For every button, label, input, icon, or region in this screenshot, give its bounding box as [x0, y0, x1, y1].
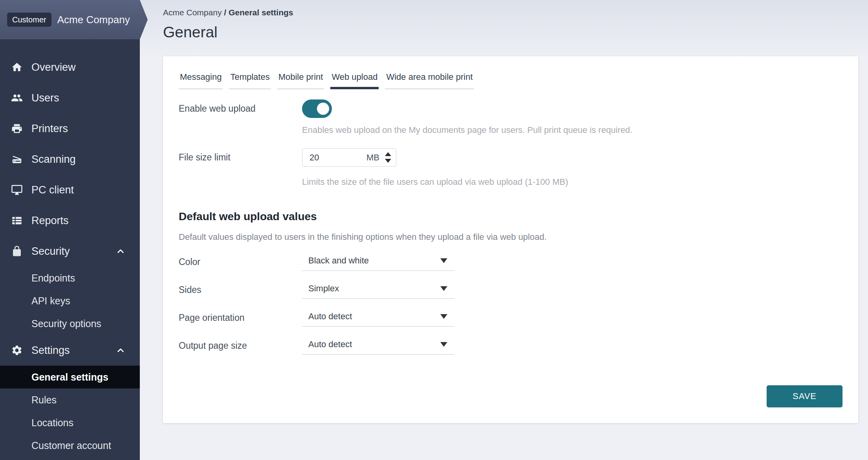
output-page-size-label: Output page size [179, 339, 302, 351]
home-icon [11, 61, 23, 73]
sidebar-item-label: Security options [31, 318, 101, 329]
chevron-down-icon [440, 258, 447, 263]
tab-bar: Messaging Templates Mobile print Web upl… [179, 72, 842, 89]
sidebar-menu: Overview Users Printers Scanning PC clie… [0, 0, 140, 457]
sides-label: Sides [179, 283, 302, 295]
sidebar-item-label: Endpoints [31, 272, 75, 284]
sidebar-item-users[interactable]: Users [0, 83, 140, 113]
sidebar-item-pc-client[interactable]: PC client [0, 175, 140, 205]
scanner-icon [11, 153, 23, 165]
sidebar-item-label: Users [31, 92, 126, 104]
color-label: Color [179, 256, 302, 267]
customer-header: Customer Acme Company [0, 0, 148, 39]
company-name: Acme Company [57, 14, 130, 26]
tab-mobile-print[interactable]: Mobile print [277, 72, 324, 89]
sidebar-item-security-options[interactable]: Security options [0, 312, 140, 335]
file-size-stepper [385, 152, 391, 163]
sidebar-item-label: Printers [31, 123, 126, 135]
page-title: General [163, 23, 858, 42]
sidebar-item-general-settings[interactable]: General settings [0, 366, 140, 388]
sidebar-item-label: PC client [31, 184, 126, 196]
card-actions: SAVE [179, 385, 842, 407]
color-select-value: Black and white [308, 256, 369, 266]
defaults-section-description: Default values displayed to users in the… [179, 231, 842, 243]
page-orientation-select[interactable]: Auto detect [302, 311, 454, 327]
enable-web-upload-row: Enable web upload [179, 99, 842, 118]
sidebar-item-label: Security [31, 245, 115, 258]
breadcrumb-parent[interactable]: Acme Company [163, 8, 222, 17]
sidebar-item-label: Reports [31, 215, 126, 227]
enable-web-upload-help: Enables web upload on the My documents p… [302, 124, 842, 136]
enable-web-upload-toggle[interactable] [302, 99, 332, 118]
lock-icon [11, 245, 23, 257]
sidebar-item-scanning[interactable]: Scanning [0, 144, 140, 175]
sidebar-item-label: Overview [31, 61, 126, 74]
output-page-size-select-value: Auto detect [308, 339, 352, 350]
tab-templates[interactable]: Templates [229, 72, 271, 89]
sidebar-item-label: Scanning [31, 153, 126, 166]
sidebar-item-endpoints[interactable]: Endpoints [0, 267, 140, 289]
customer-badge: Customer [7, 13, 51, 27]
sides-select[interactable]: Simplex [302, 283, 454, 299]
reports-table-icon [11, 215, 23, 226]
default-values-form: Color Black and white Sides Simplex Page… [179, 256, 842, 367]
sides-select-value: Simplex [308, 283, 339, 294]
sidebar-item-label: Settings [31, 344, 115, 357]
main-content: Acme Company / General settings General … [140, 0, 868, 460]
output-page-size-select[interactable]: Auto detect [302, 339, 454, 355]
file-size-input[interactable] [309, 153, 366, 163]
defaults-section-heading: Default web upload values [179, 210, 842, 223]
sidebar-item-locations[interactable]: Locations [0, 411, 140, 434]
sidebar-item-settings[interactable]: Settings [0, 335, 140, 366]
color-row: Color Black and white [179, 256, 842, 283]
breadcrumb: Acme Company / General settings [163, 0, 858, 18]
file-size-limit-row: File size limit MB [179, 148, 842, 167]
chevron-down-icon [440, 286, 447, 291]
page-orientation-select-value: Auto detect [308, 311, 352, 322]
sidebar-item-api-keys[interactable]: API keys [0, 289, 140, 312]
color-select[interactable]: Black and white [302, 256, 454, 271]
chevron-up-icon [115, 246, 126, 256]
chevron-up-icon [115, 345, 126, 355]
file-size-limit-help: Limits the size of the file users can up… [302, 176, 842, 188]
tab-wide-area-mobile-print[interactable]: Wide area mobile print [385, 72, 474, 89]
file-size-unit: MB [366, 153, 379, 163]
breadcrumb-separator: / [224, 8, 226, 17]
tab-web-upload[interactable]: Web upload [330, 72, 379, 89]
save-button[interactable]: SAVE [767, 385, 842, 407]
sidebar-item-label: Locations [31, 417, 73, 429]
stepper-up-icon[interactable] [385, 152, 391, 156]
users-icon [11, 92, 23, 104]
sidebar-item-overview[interactable]: Overview [0, 52, 140, 83]
sidebar-item-label: Rules [31, 394, 57, 406]
settings-card: Messaging Templates Mobile print Web upl… [163, 56, 858, 423]
printer-icon [11, 123, 23, 134]
chevron-down-icon [440, 314, 447, 319]
sidebar-item-printers[interactable]: Printers [0, 113, 140, 144]
sidebar-item-security[interactable]: Security [0, 236, 140, 267]
output-page-size-row: Output page size Auto detect [179, 339, 842, 367]
tab-messaging[interactable]: Messaging [179, 72, 223, 89]
page-orientation-label: Page orientation [179, 311, 302, 323]
page-orientation-row: Page orientation Auto detect [179, 311, 842, 339]
enable-web-upload-label: Enable web upload [179, 103, 302, 114]
sidebar-item-reports[interactable]: Reports [0, 205, 140, 236]
monitor-icon [11, 184, 23, 196]
sidebar-item-customer-account[interactable]: Customer account [0, 434, 140, 457]
stepper-down-icon[interactable] [385, 159, 391, 163]
sidebar-item-label: API keys [31, 295, 70, 307]
sidebar-item-label: General settings [31, 372, 108, 383]
chevron-down-icon [440, 342, 447, 347]
breadcrumb-current: General settings [229, 8, 293, 17]
sidebar: Customer Acme Company Overview Users Pri… [0, 0, 140, 460]
gear-icon [11, 344, 23, 356]
sidebar-item-rules[interactable]: Rules [0, 388, 140, 411]
sides-row: Sides Simplex [179, 283, 842, 311]
file-size-limit-label: File size limit [179, 152, 302, 163]
toggle-knob [317, 103, 329, 115]
sidebar-item-label: Customer account [31, 440, 111, 451]
file-size-input-box: MB [302, 148, 396, 167]
